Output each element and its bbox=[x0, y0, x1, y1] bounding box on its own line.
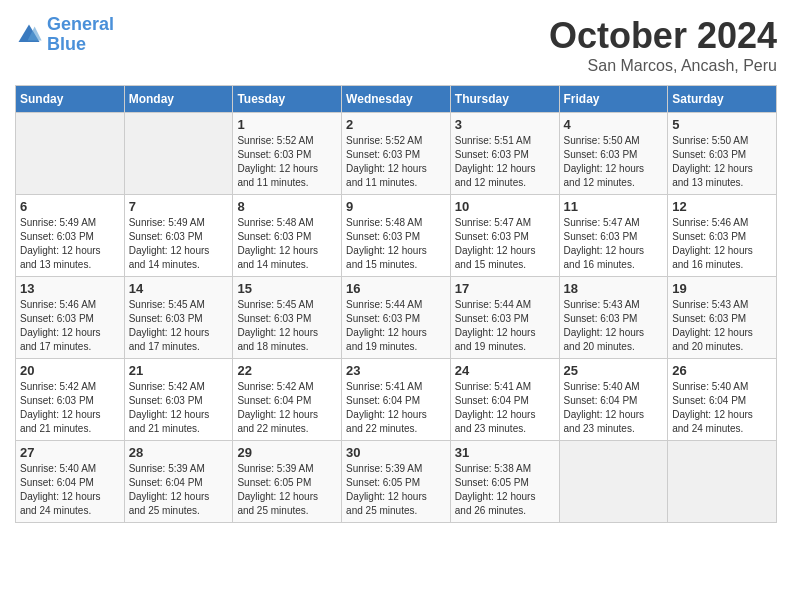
day-info: Sunrise: 5:48 AM Sunset: 6:03 PM Dayligh… bbox=[237, 216, 337, 272]
day-info: Sunrise: 5:50 AM Sunset: 6:03 PM Dayligh… bbox=[672, 134, 772, 190]
day-cell: 2Sunrise: 5:52 AM Sunset: 6:03 PM Daylig… bbox=[342, 113, 451, 195]
day-info: Sunrise: 5:52 AM Sunset: 6:03 PM Dayligh… bbox=[346, 134, 446, 190]
day-number: 8 bbox=[237, 199, 337, 214]
day-cell: 12Sunrise: 5:46 AM Sunset: 6:03 PM Dayli… bbox=[668, 195, 777, 277]
week-row-2: 6Sunrise: 5:49 AM Sunset: 6:03 PM Daylig… bbox=[16, 195, 777, 277]
day-number: 31 bbox=[455, 445, 555, 460]
day-number: 19 bbox=[672, 281, 772, 296]
day-number: 7 bbox=[129, 199, 229, 214]
logo-line2: Blue bbox=[47, 34, 86, 54]
day-cell: 9Sunrise: 5:48 AM Sunset: 6:03 PM Daylig… bbox=[342, 195, 451, 277]
day-cell: 8Sunrise: 5:48 AM Sunset: 6:03 PM Daylig… bbox=[233, 195, 342, 277]
header-friday: Friday bbox=[559, 86, 668, 113]
day-number: 27 bbox=[20, 445, 120, 460]
logo-icon bbox=[15, 21, 43, 49]
day-cell: 13Sunrise: 5:46 AM Sunset: 6:03 PM Dayli… bbox=[16, 277, 125, 359]
day-cell: 7Sunrise: 5:49 AM Sunset: 6:03 PM Daylig… bbox=[124, 195, 233, 277]
day-info: Sunrise: 5:47 AM Sunset: 6:03 PM Dayligh… bbox=[564, 216, 664, 272]
day-info: Sunrise: 5:48 AM Sunset: 6:03 PM Dayligh… bbox=[346, 216, 446, 272]
day-number: 20 bbox=[20, 363, 120, 378]
day-cell: 3Sunrise: 5:51 AM Sunset: 6:03 PM Daylig… bbox=[450, 113, 559, 195]
day-number: 24 bbox=[455, 363, 555, 378]
day-number: 17 bbox=[455, 281, 555, 296]
day-cell: 16Sunrise: 5:44 AM Sunset: 6:03 PM Dayli… bbox=[342, 277, 451, 359]
day-number: 5 bbox=[672, 117, 772, 132]
day-cell: 17Sunrise: 5:44 AM Sunset: 6:03 PM Dayli… bbox=[450, 277, 559, 359]
day-cell: 28Sunrise: 5:39 AM Sunset: 6:04 PM Dayli… bbox=[124, 441, 233, 523]
day-info: Sunrise: 5:44 AM Sunset: 6:03 PM Dayligh… bbox=[346, 298, 446, 354]
day-cell: 6Sunrise: 5:49 AM Sunset: 6:03 PM Daylig… bbox=[16, 195, 125, 277]
day-cell: 29Sunrise: 5:39 AM Sunset: 6:05 PM Dayli… bbox=[233, 441, 342, 523]
day-info: Sunrise: 5:40 AM Sunset: 6:04 PM Dayligh… bbox=[20, 462, 120, 518]
day-info: Sunrise: 5:42 AM Sunset: 6:04 PM Dayligh… bbox=[237, 380, 337, 436]
title-area: October 2024 San Marcos, Ancash, Peru bbox=[549, 15, 777, 75]
logo-text: General Blue bbox=[47, 15, 114, 55]
day-number: 2 bbox=[346, 117, 446, 132]
day-cell: 30Sunrise: 5:39 AM Sunset: 6:05 PM Dayli… bbox=[342, 441, 451, 523]
day-cell: 4Sunrise: 5:50 AM Sunset: 6:03 PM Daylig… bbox=[559, 113, 668, 195]
day-number: 11 bbox=[564, 199, 664, 214]
day-info: Sunrise: 5:49 AM Sunset: 6:03 PM Dayligh… bbox=[20, 216, 120, 272]
day-cell bbox=[124, 113, 233, 195]
header-wednesday: Wednesday bbox=[342, 86, 451, 113]
day-number: 22 bbox=[237, 363, 337, 378]
day-cell: 24Sunrise: 5:41 AM Sunset: 6:04 PM Dayli… bbox=[450, 359, 559, 441]
day-info: Sunrise: 5:39 AM Sunset: 6:05 PM Dayligh… bbox=[237, 462, 337, 518]
day-info: Sunrise: 5:43 AM Sunset: 6:03 PM Dayligh… bbox=[672, 298, 772, 354]
day-cell: 31Sunrise: 5:38 AM Sunset: 6:05 PM Dayli… bbox=[450, 441, 559, 523]
header-thursday: Thursday bbox=[450, 86, 559, 113]
day-info: Sunrise: 5:40 AM Sunset: 6:04 PM Dayligh… bbox=[564, 380, 664, 436]
week-row-3: 13Sunrise: 5:46 AM Sunset: 6:03 PM Dayli… bbox=[16, 277, 777, 359]
day-number: 29 bbox=[237, 445, 337, 460]
header-saturday: Saturday bbox=[668, 86, 777, 113]
day-number: 4 bbox=[564, 117, 664, 132]
day-info: Sunrise: 5:49 AM Sunset: 6:03 PM Dayligh… bbox=[129, 216, 229, 272]
day-info: Sunrise: 5:39 AM Sunset: 6:04 PM Dayligh… bbox=[129, 462, 229, 518]
day-info: Sunrise: 5:38 AM Sunset: 6:05 PM Dayligh… bbox=[455, 462, 555, 518]
day-number: 15 bbox=[237, 281, 337, 296]
day-info: Sunrise: 5:50 AM Sunset: 6:03 PM Dayligh… bbox=[564, 134, 664, 190]
day-cell bbox=[16, 113, 125, 195]
day-info: Sunrise: 5:46 AM Sunset: 6:03 PM Dayligh… bbox=[672, 216, 772, 272]
logo-line1: General bbox=[47, 14, 114, 34]
day-cell: 5Sunrise: 5:50 AM Sunset: 6:03 PM Daylig… bbox=[668, 113, 777, 195]
day-number: 1 bbox=[237, 117, 337, 132]
day-number: 14 bbox=[129, 281, 229, 296]
calendar-header: Sunday Monday Tuesday Wednesday Thursday… bbox=[16, 86, 777, 113]
day-number: 9 bbox=[346, 199, 446, 214]
calendar-body: 1Sunrise: 5:52 AM Sunset: 6:03 PM Daylig… bbox=[16, 113, 777, 523]
day-number: 3 bbox=[455, 117, 555, 132]
day-cell: 15Sunrise: 5:45 AM Sunset: 6:03 PM Dayli… bbox=[233, 277, 342, 359]
day-number: 28 bbox=[129, 445, 229, 460]
subtitle: San Marcos, Ancash, Peru bbox=[549, 57, 777, 75]
header: General Blue October 2024 San Marcos, An… bbox=[15, 15, 777, 75]
week-row-5: 27Sunrise: 5:40 AM Sunset: 6:04 PM Dayli… bbox=[16, 441, 777, 523]
day-cell bbox=[559, 441, 668, 523]
calendar-table: Sunday Monday Tuesday Wednesday Thursday… bbox=[15, 85, 777, 523]
day-number: 10 bbox=[455, 199, 555, 214]
month-title: October 2024 bbox=[549, 15, 777, 57]
day-cell: 11Sunrise: 5:47 AM Sunset: 6:03 PM Dayli… bbox=[559, 195, 668, 277]
day-cell: 1Sunrise: 5:52 AM Sunset: 6:03 PM Daylig… bbox=[233, 113, 342, 195]
day-info: Sunrise: 5:39 AM Sunset: 6:05 PM Dayligh… bbox=[346, 462, 446, 518]
day-number: 26 bbox=[672, 363, 772, 378]
day-number: 23 bbox=[346, 363, 446, 378]
day-info: Sunrise: 5:41 AM Sunset: 6:04 PM Dayligh… bbox=[455, 380, 555, 436]
day-info: Sunrise: 5:40 AM Sunset: 6:04 PM Dayligh… bbox=[672, 380, 772, 436]
day-cell bbox=[668, 441, 777, 523]
week-row-4: 20Sunrise: 5:42 AM Sunset: 6:03 PM Dayli… bbox=[16, 359, 777, 441]
day-info: Sunrise: 5:42 AM Sunset: 6:03 PM Dayligh… bbox=[20, 380, 120, 436]
day-cell: 25Sunrise: 5:40 AM Sunset: 6:04 PM Dayli… bbox=[559, 359, 668, 441]
day-number: 16 bbox=[346, 281, 446, 296]
day-info: Sunrise: 5:52 AM Sunset: 6:03 PM Dayligh… bbox=[237, 134, 337, 190]
day-cell: 26Sunrise: 5:40 AM Sunset: 6:04 PM Dayli… bbox=[668, 359, 777, 441]
day-cell: 27Sunrise: 5:40 AM Sunset: 6:04 PM Dayli… bbox=[16, 441, 125, 523]
day-info: Sunrise: 5:44 AM Sunset: 6:03 PM Dayligh… bbox=[455, 298, 555, 354]
day-number: 18 bbox=[564, 281, 664, 296]
day-cell: 20Sunrise: 5:42 AM Sunset: 6:03 PM Dayli… bbox=[16, 359, 125, 441]
day-cell: 19Sunrise: 5:43 AM Sunset: 6:03 PM Dayli… bbox=[668, 277, 777, 359]
day-info: Sunrise: 5:45 AM Sunset: 6:03 PM Dayligh… bbox=[237, 298, 337, 354]
day-info: Sunrise: 5:46 AM Sunset: 6:03 PM Dayligh… bbox=[20, 298, 120, 354]
day-number: 6 bbox=[20, 199, 120, 214]
day-number: 25 bbox=[564, 363, 664, 378]
